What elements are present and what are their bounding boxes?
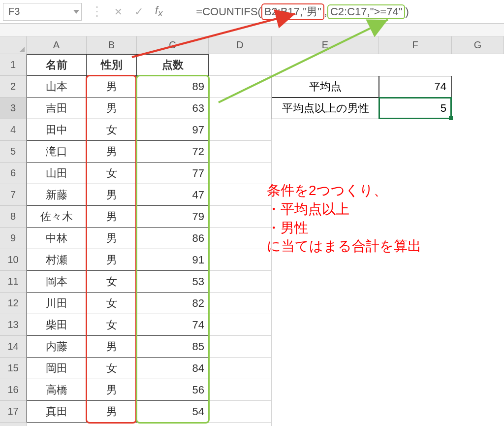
row-header-15[interactable]: 15 [0, 358, 27, 379]
col-header-A[interactable]: A [27, 36, 87, 54]
row-header-16[interactable]: 16 [0, 379, 27, 401]
header-score[interactable]: 点数 [137, 54, 209, 76]
cell-name[interactable]: 田中 [27, 119, 87, 141]
row-header-12[interactable]: 12 [0, 293, 27, 314]
cell-name[interactable]: 高橋 [27, 379, 87, 401]
header-name[interactable]: 名前 [27, 54, 87, 76]
empty-cell[interactable] [209, 314, 272, 336]
col-header-C[interactable]: C [137, 36, 209, 54]
formula-input[interactable]: =COUNTIFS( B2:B17,"男" , C2:C17,">=74" ) [168, 0, 504, 23]
row-header-10[interactable]: 10 [0, 249, 27, 271]
row-header-7[interactable]: 7 [0, 184, 27, 206]
empty-cell[interactable] [209, 249, 272, 271]
cell-score[interactable]: 97 [137, 119, 209, 141]
col-header-B[interactable]: B [87, 36, 137, 54]
cell-score[interactable]: 89 [137, 76, 209, 98]
confirm-icon[interactable]: ✓ [134, 5, 143, 18]
name-box-dropdown-icon[interactable] [73, 10, 79, 14]
empty-cell[interactable] [209, 184, 272, 206]
cell-name[interactable]: 吉田 [27, 98, 87, 119]
cell-gender[interactable]: 女 [87, 119, 137, 141]
empty-cell[interactable] [209, 98, 272, 119]
cell-name[interactable]: 山本 [27, 76, 87, 98]
cell-name[interactable]: 真田 [27, 401, 87, 423]
cell-gender[interactable]: 女 [87, 314, 137, 336]
cell-gender[interactable]: 男 [87, 228, 137, 249]
cell-score[interactable]: 91 [137, 249, 209, 271]
cell-score[interactable]: 53 [137, 271, 209, 293]
cell-gender[interactable]: 男 [87, 336, 137, 358]
cell-gender[interactable]: 男 [87, 98, 137, 119]
empty-cell[interactable] [209, 423, 272, 426]
cell-name[interactable]: 内藤 [27, 336, 87, 358]
empty-cell[interactable] [209, 76, 272, 98]
empty-cell[interactable] [209, 54, 272, 76]
row-header-4[interactable]: 4 [0, 119, 27, 141]
cell-name[interactable]: 柴田 [27, 314, 87, 336]
cell-name[interactable]: 中林 [27, 228, 87, 249]
cancel-icon[interactable]: ✕ [114, 6, 123, 18]
cell-score[interactable]: 56 [137, 379, 209, 401]
row-header-5[interactable]: 5 [0, 141, 27, 163]
row-header-2[interactable]: 2 [0, 76, 27, 98]
empty-cell[interactable] [209, 228, 272, 249]
cell-gender[interactable]: 女 [87, 293, 137, 314]
cell-gender[interactable]: 男 [87, 401, 137, 423]
cell-gender[interactable]: 女 [87, 358, 137, 379]
empty-cell[interactable] [209, 206, 272, 228]
empty-cell[interactable] [209, 401, 272, 423]
cell-name[interactable]: 村瀬 [27, 249, 87, 271]
cell-score[interactable]: 72 [137, 141, 209, 163]
row-header-13[interactable]: 13 [0, 314, 27, 336]
cell-score[interactable]: 84 [137, 358, 209, 379]
fx-icon[interactable]: fx [155, 4, 162, 19]
row-header-6[interactable]: 6 [0, 163, 27, 184]
empty-cell[interactable] [209, 141, 272, 163]
summary-avg-label[interactable]: 平均点 [272, 76, 379, 98]
cell-name[interactable]: 新藤 [27, 184, 87, 206]
cell-score[interactable]: 54 [137, 401, 209, 423]
spreadsheet-grid[interactable]: ABCDEFG123456789101112131415161718名前性別点数… [0, 24, 504, 426]
cell-gender[interactable]: 男 [87, 141, 137, 163]
cell-name[interactable]: 岡本 [27, 271, 87, 293]
empty-cell[interactable] [209, 358, 272, 379]
header-gender[interactable]: 性別 [87, 54, 137, 76]
col-header-G[interactable]: G [452, 36, 504, 54]
cell-gender[interactable]: 女 [87, 163, 137, 184]
cell-score[interactable]: 77 [137, 163, 209, 184]
cell-score[interactable]: 74 [137, 314, 209, 336]
col-header-E[interactable]: E [272, 36, 379, 54]
empty-cell[interactable] [209, 271, 272, 293]
row-header-17[interactable]: 17 [0, 401, 27, 423]
cell-gender[interactable]: 男 [87, 379, 137, 401]
row-header-11[interactable]: 11 [0, 271, 27, 293]
summary-count-value[interactable]: 5 [379, 98, 452, 119]
summary-count-label[interactable]: 平均点以上の男性 [272, 98, 379, 119]
cell-score[interactable]: 85 [137, 336, 209, 358]
row-header-1[interactable]: 1 [0, 54, 27, 76]
cell-name[interactable]: 山田 [27, 163, 87, 184]
row-header-3[interactable]: 3 [0, 98, 27, 119]
cell-gender[interactable]: 男 [87, 184, 137, 206]
name-box[interactable]: F3 [3, 3, 82, 21]
row-header-18[interactable]: 18 [0, 423, 27, 426]
summary-avg-value[interactable]: 74 [379, 76, 452, 98]
cell-name[interactable]: 岡田 [27, 358, 87, 379]
empty-cell[interactable] [209, 293, 272, 314]
cell-name[interactable]: 川田 [27, 293, 87, 314]
empty-cell[interactable] [209, 336, 272, 358]
cell-name[interactable]: 滝口 [27, 141, 87, 163]
col-header-F[interactable]: F [379, 36, 452, 54]
cell-gender[interactable]: 男 [87, 249, 137, 271]
cell-score[interactable]: 79 [137, 206, 209, 228]
cell-name[interactable]: 佐々木 [27, 206, 87, 228]
cell-gender[interactable]: 男 [87, 76, 137, 98]
cell-score[interactable]: 47 [137, 184, 209, 206]
cell-gender[interactable]: 女 [87, 271, 137, 293]
cell-score[interactable]: 82 [137, 293, 209, 314]
row-header-9[interactable]: 9 [0, 228, 27, 249]
row-header-14[interactable]: 14 [0, 336, 27, 358]
cell-score[interactable]: 63 [137, 98, 209, 119]
cell-score[interactable]: 86 [137, 228, 209, 249]
col-header-D[interactable]: D [209, 36, 272, 54]
